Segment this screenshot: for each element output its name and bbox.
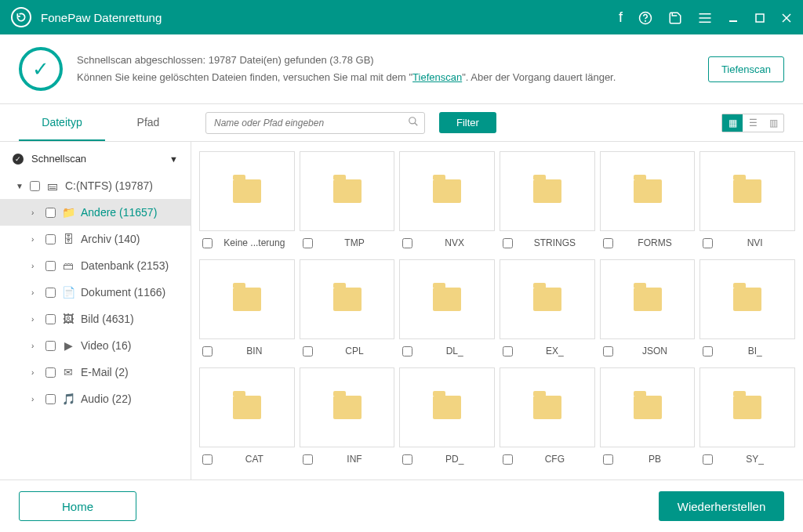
help-icon[interactable] [638,9,652,26]
folder-checkbox[interactable] [503,454,513,465]
folder-checkbox[interactable] [603,346,613,356]
search-icon[interactable] [408,116,419,129]
folder-item[interactable]: BI_ [699,259,795,356]
tree-node-category[interactable]: ›▶Video (16) [0,332,191,359]
drive-checkbox[interactable] [30,181,40,191]
tree-node-category[interactable]: ›🗃Datenbank (2153) [0,252,191,279]
category-checkbox[interactable] [45,341,56,351]
home-button[interactable]: Home [19,491,136,521]
folder-item[interactable]: CPL [300,259,395,356]
save-icon[interactable] [668,9,682,26]
deepscan-button[interactable]: Tiefenscan [708,56,784,82]
folder-checkbox[interactable] [303,454,313,465]
category-checkbox[interactable] [45,234,56,244]
category-checkbox[interactable] [45,208,56,218]
folder-thumbnail[interactable] [300,367,395,447]
folder-item[interactable]: FORMS [600,151,696,248]
folder-thumbnail[interactable] [600,151,696,231]
folder-item[interactable]: PB [600,367,696,465]
facebook-icon[interactable]: f [619,9,623,26]
folder-checkbox[interactable] [703,238,713,248]
maximize-icon[interactable] [754,9,765,26]
folder-checkbox[interactable] [402,346,412,356]
folder-item[interactable]: Keine ...terung [199,151,295,248]
category-checkbox[interactable] [45,367,56,378]
folder-checkbox[interactable] [503,346,513,356]
category-checkbox[interactable] [45,314,56,324]
category-checkbox[interactable] [45,394,56,404]
folder-checkbox[interactable] [303,238,313,248]
folder-icon [533,288,561,311]
folder-item[interactable]: NVX [399,151,495,248]
folder-checkbox[interactable] [402,238,412,248]
folder-thumbnail[interactable] [500,259,595,339]
folder-thumbnail[interactable] [300,259,395,339]
folder-thumbnail[interactable] [199,151,295,231]
category-icon: 📁 [62,206,74,219]
folder-item[interactable]: STRINGS [500,151,595,248]
folder-checkbox[interactable] [402,454,412,465]
deepscan-link[interactable]: Tiefenscan [412,71,462,83]
minimize-icon[interactable] [728,9,739,26]
tree-node-drive[interactable]: ▼ 🖴 C:(NTFS) (19787) [0,172,191,199]
folder-item[interactable]: CFG [500,367,595,465]
tree-node-category[interactable]: ›🗄Archiv (140) [0,226,191,252]
tree-node-category[interactable]: ›📄Dokument (1166) [0,279,191,306]
folder-thumbnail[interactable] [699,259,795,339]
folder-item[interactable]: DL_ [399,259,495,356]
view-detail-icon[interactable]: ▥ [763,114,783,132]
tree-node-category[interactable]: ›🎵Audio (22) [0,385,191,412]
folder-item[interactable]: BIN [199,259,295,356]
folder-checkbox[interactable] [603,238,613,248]
svg-point-9 [409,117,416,123]
search-input[interactable] [205,112,425,134]
folder-thumbnail[interactable] [500,151,595,231]
folder-thumbnail[interactable] [399,367,495,447]
menu-icon[interactable] [698,9,712,26]
folder-name: Keine ...terung [217,237,292,248]
view-grid-icon[interactable]: ▦ [722,114,743,132]
search-field[interactable] [205,112,425,134]
folder-checkbox[interactable] [303,346,313,356]
folder-checkbox[interactable] [202,454,213,465]
folder-thumbnail[interactable] [500,367,595,447]
folder-item[interactable]: INF [300,367,395,465]
folder-item[interactable]: CAT [199,367,295,465]
folder-item[interactable]: PD_ [399,367,495,465]
view-list-icon[interactable]: ☰ [743,114,763,132]
folder-checkbox[interactable] [703,454,713,465]
tab-filetype[interactable]: Dateityp [19,105,105,141]
recover-button[interactable]: Wiederherstellen [659,491,784,521]
tab-path[interactable]: Pfad [105,105,191,141]
folder-item[interactable]: SY_ [699,367,795,465]
folder-item[interactable]: TMP [300,151,395,248]
category-checkbox[interactable] [45,261,56,271]
filter-button[interactable]: Filter [439,112,496,133]
tree-node-category[interactable]: ›🖼Bild (4631) [0,306,191,332]
folder-checkbox[interactable] [202,346,213,356]
folder-thumbnail[interactable] [199,259,295,339]
folder-thumbnail[interactable] [199,367,295,447]
folder-thumbnail[interactable] [399,151,495,231]
folder-item[interactable]: NVI [699,151,795,248]
titlebar: FonePaw Datenrettung f [0,0,803,34]
folder-item[interactable]: EX_ [500,259,595,356]
category-label: Dokument (1166) [81,286,165,299]
category-checkbox[interactable] [45,288,56,298]
tree-head-quickscan[interactable]: ✓ Schnellscan ▼ [0,145,191,172]
folder-item[interactable]: JSON [600,259,696,356]
folder-thumbnail[interactable] [600,367,696,447]
folder-checkbox[interactable] [503,238,513,248]
tree-node-category[interactable]: ›✉E-Mail (2) [0,359,191,385]
folder-checkbox[interactable] [202,238,213,248]
folder-thumbnail[interactable] [699,151,795,231]
tree-node-category[interactable]: ›📁Andere (11657) [0,199,191,226]
folder-thumbnail[interactable] [600,259,696,339]
folder-thumbnail[interactable] [399,259,495,339]
folder-icon [433,396,461,419]
folder-checkbox[interactable] [703,346,713,356]
close-icon[interactable] [781,9,792,26]
folder-thumbnail[interactable] [699,367,795,447]
folder-checkbox[interactable] [603,454,613,465]
folder-thumbnail[interactable] [300,151,395,231]
